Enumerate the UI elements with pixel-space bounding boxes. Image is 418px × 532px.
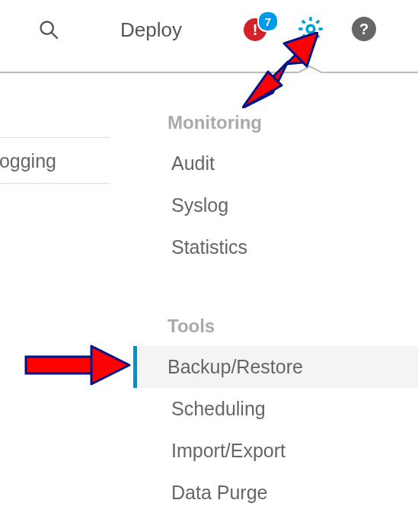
deploy-button[interactable]: Deploy xyxy=(120,18,182,42)
menu-item-syslog[interactable]: Syslog xyxy=(160,184,418,226)
menu-item-statistics[interactable]: Statistics xyxy=(160,226,418,268)
notification-badge[interactable]: ! 7 xyxy=(244,14,274,44)
left-column: Logging xyxy=(0,91,137,184)
svg-line-8 xyxy=(317,35,320,38)
menu-item-data-purge[interactable]: Data Purge xyxy=(160,472,418,514)
help-icon[interactable]: ? xyxy=(352,17,376,41)
sidebar-item-logging[interactable]: Logging xyxy=(0,138,137,183)
settings-menu: Monitoring Audit Syslog Statistics Tools… xyxy=(160,103,418,514)
svg-line-7 xyxy=(302,21,305,24)
svg-line-9 xyxy=(302,35,305,38)
notification-count-text: 7 xyxy=(265,15,271,28)
section-header-monitoring: Monitoring xyxy=(160,103,418,143)
section-header-tools: Tools xyxy=(160,306,418,346)
help-symbol: ? xyxy=(359,21,369,38)
svg-rect-15 xyxy=(26,357,93,373)
menu-item-backup-restore[interactable]: Backup/Restore xyxy=(133,346,418,388)
menu-item-import-export[interactable]: Import/Export xyxy=(160,430,418,472)
svg-point-0 xyxy=(41,22,53,34)
left-rule xyxy=(0,183,110,184)
svg-point-2 xyxy=(307,25,314,33)
svg-line-10 xyxy=(317,21,320,24)
annotation-arrow-backup xyxy=(24,343,131,386)
search-icon[interactable] xyxy=(38,19,59,40)
topbar: Deploy ! 7 xyxy=(0,0,418,59)
menu-divider xyxy=(0,66,418,79)
menu-item-audit[interactable]: Audit xyxy=(160,143,418,184)
notification-count: 7 xyxy=(257,11,279,32)
menu-item-scheduling[interactable]: Scheduling xyxy=(160,388,418,430)
svg-line-1 xyxy=(52,33,58,39)
svg-marker-16 xyxy=(91,346,129,384)
gear-icon[interactable] xyxy=(297,15,324,43)
menu-spacer xyxy=(160,268,418,306)
